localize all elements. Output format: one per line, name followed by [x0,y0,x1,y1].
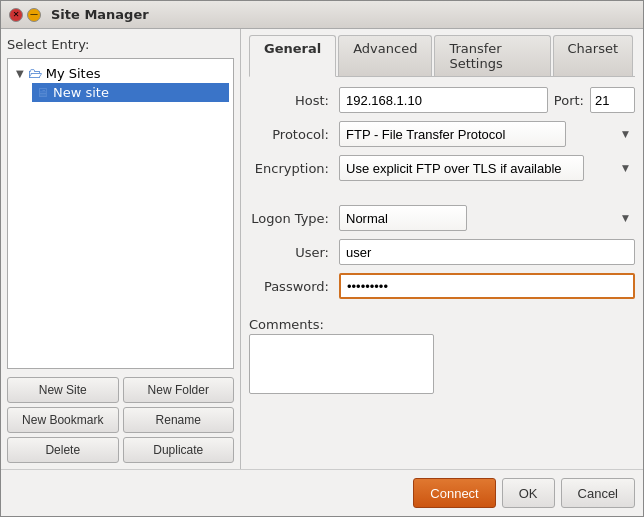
tree-group-my-sites: ▼ 🗁 My Sites 🖥 New site [12,63,229,102]
separator [249,189,635,197]
delete-button[interactable]: Delete [7,437,119,463]
tab-advanced[interactable]: Advanced [338,35,432,76]
encryption-label: Encryption: [249,161,339,176]
user-row: User: [249,239,635,265]
password-input[interactable] [339,273,635,299]
close-button[interactable]: ✕ [9,8,23,22]
window-title: Site Manager [51,7,149,22]
password-label: Password: [249,279,339,294]
bottom-bar: Connect OK Cancel [1,469,643,516]
server-icon: 🖥 [36,85,49,100]
connect-button[interactable]: Connect [413,478,495,508]
new-bookmark-button[interactable]: New Bookmark [7,407,119,433]
encryption-select[interactable]: Use explicit FTP over TLS if available R… [339,155,584,181]
minimize-button[interactable]: — [27,8,41,22]
comments-label: Comments: [249,313,635,334]
user-label: User: [249,245,339,260]
ok-button[interactable]: OK [502,478,555,508]
main-content: Select Entry: ▼ 🗁 My Sites 🖥 New site [1,29,643,469]
protocol-row: Protocol: FTP - File Transfer Protocol S… [249,121,635,147]
folder-icon: 🗁 [28,65,42,81]
tab-transfer-settings[interactable]: Transfer Settings [434,35,550,76]
new-folder-button[interactable]: New Folder [123,377,235,403]
tree-item-new-site[interactable]: 🖥 New site [32,83,229,102]
host-row: Host: Port: [249,87,635,113]
password-row: Password: [249,273,635,299]
user-input[interactable] [339,239,635,265]
left-panel: Select Entry: ▼ 🗁 My Sites 🖥 New site [1,29,241,469]
encryption-select-wrapper: Use explicit FTP over TLS if available R… [339,155,635,181]
protocol-select[interactable]: FTP - File Transfer Protocol SFTP - SSH … [339,121,566,147]
form-area: Host: Port: Protocol: FTP - File Transfe… [249,87,635,463]
encryption-row: Encryption: Use explicit FTP over TLS if… [249,155,635,181]
duplicate-button[interactable]: Duplicate [123,437,235,463]
host-label: Host: [249,93,339,108]
tab-general[interactable]: General [249,35,336,77]
logon-type-label: Logon Type: [249,211,339,226]
rename-button[interactable]: Rename [123,407,235,433]
host-input-group: Port: [339,87,635,113]
tab-charset[interactable]: Charset [553,35,634,76]
cancel-button[interactable]: Cancel [561,478,635,508]
logon-type-row: Logon Type: Normal Anonymous Ask for pas… [249,205,635,231]
port-input[interactable] [590,87,635,113]
comments-textarea[interactable] [249,334,434,394]
new-site-button[interactable]: New Site [7,377,119,403]
tabs: General Advanced Transfer Settings Chars… [249,35,635,77]
logon-type-select-wrapper: Normal Anonymous Ask for password Intera… [339,205,635,231]
titlebar: ✕ — Site Manager [1,1,643,29]
my-sites-label: My Sites [46,66,101,81]
logon-type-select[interactable]: Normal Anonymous Ask for password Intera… [339,205,467,231]
right-panel: General Advanced Transfer Settings Chars… [241,29,643,469]
tree-view: ▼ 🗁 My Sites 🖥 New site [7,58,234,369]
protocol-label: Protocol: [249,127,339,142]
chevron-down-icon: ▼ [16,68,24,79]
protocol-select-wrapper: FTP - File Transfer Protocol SFTP - SSH … [339,121,635,147]
select-entry-label: Select Entry: [7,35,234,58]
comments-section: Comments: [249,307,635,397]
tree-children: 🖥 New site [12,83,229,102]
tree-item-my-sites[interactable]: ▼ 🗁 My Sites [12,63,229,83]
site-manager-window: ✕ — Site Manager Select Entry: ▼ 🗁 My Si… [0,0,644,517]
port-label: Port: [554,93,584,108]
window-controls: ✕ — [9,8,41,22]
new-site-label: New site [53,85,109,100]
left-buttons: New Site New Folder New Bookmark Rename … [7,377,234,463]
host-input[interactable] [339,87,548,113]
